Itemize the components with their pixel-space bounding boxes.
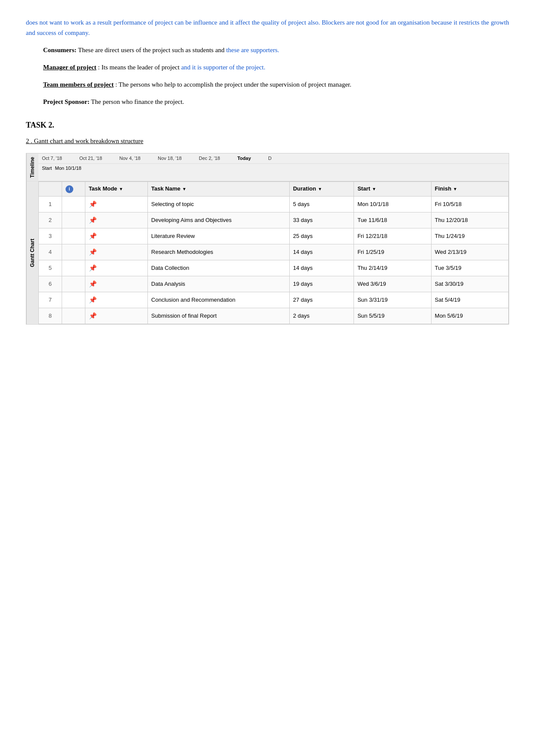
timeline-top-row: Oct 7, '18 Oct 21, '18 Nov 4, '18 Nov 18… (38, 153, 509, 181)
timeline-date-3: Nov 4, '18 (119, 155, 141, 162)
consumers-text: These are direct users of the project su… (78, 47, 226, 53)
sponsor-paragraph: Project Sponsor: The person who finance … (43, 97, 509, 107)
team-text: : The persons who help to accomplish the… (115, 81, 351, 88)
row-task-mode: 📌 (85, 292, 147, 308)
table-row: 7📌Conclusion and Recommendation27 daysSu… (39, 292, 509, 308)
task-mode-icon: 📌 (89, 264, 97, 272)
task-mode-icon: 📌 (89, 280, 97, 287)
row-start: Wed 3/6/19 (354, 276, 431, 292)
col-duration[interactable]: Duration ▼ (289, 182, 354, 197)
row-task-name: Data Collection (147, 260, 289, 276)
row-start: Sun 5/5/19 (354, 308, 431, 324)
start-label: Start (42, 166, 52, 171)
col-finish[interactable]: Finish ▼ (431, 182, 508, 197)
col-task-name-label: Task Name (151, 184, 181, 194)
gantt-subtitle: 2 . Gantt chart and work breakdown struc… (26, 136, 509, 146)
row-duration: 14 days (289, 260, 354, 276)
task-mode-icon: 📌 (89, 200, 97, 208)
row-info (62, 276, 85, 292)
gantt-table: i Task Mode ▼ Task Name ▼ (38, 181, 509, 324)
col-start[interactable]: Start ▼ (354, 182, 431, 197)
row-finish: Thu 1/24/19 (431, 228, 508, 244)
row-num: 3 (39, 228, 62, 244)
row-num: 5 (39, 260, 62, 276)
row-task-mode: 📌 (85, 260, 147, 276)
task-mode-sort-arrow: ▼ (119, 186, 123, 193)
row-start: Thu 2/14/19 (354, 260, 431, 276)
row-info (62, 308, 85, 324)
row-finish: Mon 5/6/19 (431, 308, 508, 324)
row-duration: 14 days (289, 244, 354, 260)
row-finish: Sat 5/4/19 (431, 292, 508, 308)
row-start: Tue 11/6/18 (354, 212, 431, 228)
table-row: 1📌Selecting of topic5 daysMon 10/1/18Fri… (39, 197, 509, 212)
timeline-d: D (268, 155, 272, 162)
team-label: Team members of project (43, 81, 114, 88)
row-info (62, 197, 85, 212)
team-paragraph: Team members of project : The persons wh… (43, 79, 509, 90)
row-finish: Wed 2/13/19 (431, 244, 508, 260)
intro-paragraph: does not want to work as a result perfor… (26, 17, 509, 38)
timeline-header: Timeline Oct 7, '18 Oct 21, '18 Nov 4, '… (26, 153, 509, 181)
task2-heading: TASK 2. (26, 119, 509, 131)
row-duration: 19 days (289, 276, 354, 292)
row-task-name: Literature Review (147, 228, 289, 244)
task-mode-icon: 📌 (89, 216, 97, 224)
row-info (62, 292, 85, 308)
timeline-date-1: Oct 7, '18 (42, 155, 62, 162)
table-header-row: i Task Mode ▼ Task Name ▼ (39, 182, 509, 197)
task-name-sort-arrow: ▼ (182, 186, 187, 193)
col-task-mode-label: Task Mode (89, 184, 117, 194)
info-icon: i (66, 185, 73, 193)
consumers-blue: these are supporters. (226, 47, 279, 53)
main-table-wrapper: Gantt Chart i Task Mode ▼ (26, 181, 509, 324)
row-task-mode: 📌 (85, 197, 147, 212)
gantt-chart-label: Gantt Chart (26, 181, 38, 324)
row-finish: Sat 3/30/19 (431, 276, 508, 292)
row-task-name: Data Analysis (147, 276, 289, 292)
table-row: 8📌Submission of final Report2 daysSun 5/… (39, 308, 509, 324)
row-task-mode: 📌 (85, 276, 147, 292)
row-start: Fri 12/21/18 (354, 228, 431, 244)
timeline-label: Timeline (26, 153, 38, 181)
row-info (62, 228, 85, 244)
col-num (39, 182, 62, 197)
col-task-mode[interactable]: Task Mode ▼ (85, 182, 147, 197)
col-start-label: Start (357, 184, 370, 194)
gantt-tbody: 1📌Selecting of topic5 daysMon 10/1/18Fri… (39, 197, 509, 324)
row-duration: 5 days (289, 197, 354, 212)
row-start: Fri 1/25/19 (354, 244, 431, 260)
row-start: Mon 10/1/18 (354, 197, 431, 212)
sponsor-text: The person who finance the project. (91, 98, 184, 105)
manager-blue: and it is supporter of the project. (181, 64, 265, 71)
row-task-mode: 📌 (85, 212, 147, 228)
task-mode-icon: 📌 (89, 312, 97, 319)
row-num: 2 (39, 212, 62, 228)
table-row: 2📌Developing Aims and Objectives33 daysT… (39, 212, 509, 228)
row-task-name: Developing Aims and Objectives (147, 212, 289, 228)
row-task-name: Selecting of topic (147, 197, 289, 212)
table-row: 3📌Literature Review25 daysFri 12/21/18Th… (39, 228, 509, 244)
row-finish: Thu 12/20/18 (431, 212, 508, 228)
table-row: 4📌Research Methodologies14 daysFri 1/25/… (39, 244, 509, 260)
start-row: Start Mon 10/1/18 (38, 164, 509, 173)
row-task-name: Conclusion and Recommendation (147, 292, 289, 308)
row-task-mode: 📌 (85, 308, 147, 324)
timeline-date-5: Dec 2, '18 (199, 155, 220, 162)
row-duration: 33 days (289, 212, 354, 228)
row-finish: Fri 10/5/18 (431, 197, 508, 212)
col-task-name[interactable]: Task Name ▼ (147, 182, 289, 197)
row-task-name: Submission of final Report (147, 308, 289, 324)
row-task-mode: 📌 (85, 244, 147, 260)
row-finish: Tue 3/5/19 (431, 260, 508, 276)
row-num: 6 (39, 276, 62, 292)
row-num: 7 (39, 292, 62, 308)
consumers-label: Consumers: (43, 47, 77, 53)
duration-sort-arrow: ▼ (318, 186, 322, 193)
manager-text: : Its means the leader of project (98, 64, 181, 71)
finish-sort-arrow: ▼ (453, 186, 457, 193)
row-num: 1 (39, 197, 62, 212)
row-task-name: Research Methodologies (147, 244, 289, 260)
row-info (62, 244, 85, 260)
intro-text: does not want to work as a result perfor… (26, 19, 509, 36)
